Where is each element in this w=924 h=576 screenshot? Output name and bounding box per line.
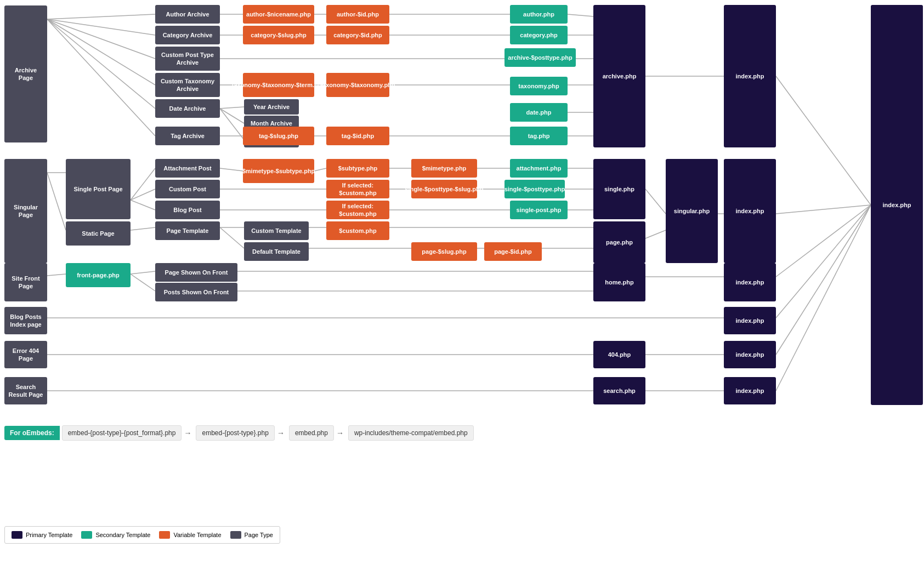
- error-404-php-node: 404.php: [593, 341, 645, 368]
- svg-line-48: [220, 227, 244, 248]
- custom-taxonomy-archive-node: Custom Taxonomy Archive: [155, 73, 220, 97]
- single-posttype-slug-node: single-$posttype-$slug.php: [411, 180, 477, 198]
- front-page-php-node: front-page.php: [66, 263, 131, 287]
- if-selected-custom-custom-node: If selected: $custom.php: [326, 180, 389, 198]
- legend-label-variable: Variable Template: [173, 532, 221, 538]
- svg-line-3: [47, 19, 155, 85]
- oembed-item-4: wp-includes/theme-compat/embed.php: [348, 425, 474, 441]
- error-404-node: Error 404 Page: [4, 341, 47, 368]
- svg-line-35: [220, 168, 243, 171]
- oembed-label: For oEmbeds:: [4, 426, 60, 440]
- svg-line-58: [131, 271, 155, 274]
- svg-line-72: [776, 205, 871, 355]
- svg-line-9: [568, 14, 593, 16]
- author-archive-node: Author Archive: [155, 5, 220, 24]
- index-php-404-node: index.php: [724, 341, 776, 368]
- page-slug-node: page-$slug.php: [411, 242, 477, 261]
- svg-line-73: [776, 205, 871, 391]
- svg-line-32: [131, 189, 155, 200]
- svg-line-30: [47, 173, 66, 230]
- svg-line-21: [220, 109, 244, 123]
- date-php-node: date.php: [510, 103, 568, 122]
- index-php-singular-node: index.php: [724, 159, 776, 263]
- page-id-node: page-$id.php: [484, 242, 542, 261]
- svg-line-31: [131, 168, 155, 200]
- posts-shown-on-front-node: Posts Shown On Front: [155, 283, 237, 301]
- legend-item-variable: Variable Template: [159, 531, 221, 539]
- tag-id-node: tag-$id.php: [326, 127, 389, 145]
- oembed-arrow-1: →: [184, 429, 191, 437]
- singular-php-node: singular.php: [666, 159, 718, 263]
- svg-line-57: [47, 274, 66, 276]
- legend-swatch-primary: [12, 531, 22, 539]
- svg-line-70: [776, 205, 871, 277]
- archive-posttype-node: archive-$posttype.php: [504, 48, 576, 67]
- index-php-front-node: index.php: [724, 263, 776, 301]
- legend-item-pagetype: Page Type: [230, 531, 273, 539]
- tag-php-node: tag.php: [510, 127, 568, 145]
- attachment-php-node: attachment.php: [510, 159, 568, 178]
- svg-line-34: [131, 227, 155, 230]
- single-php-node: single.php: [593, 159, 645, 219]
- svg-line-68: [776, 76, 871, 205]
- svg-line-20: [220, 107, 244, 109]
- attachment-post-node: Attachment Post: [155, 159, 220, 178]
- oembed-item-1: embed-{post-type}-{post_format}.php: [62, 425, 182, 441]
- if-selected-custom-blog-node: If selected: $custom.php: [326, 201, 389, 219]
- legend-swatch-secondary: [81, 531, 92, 539]
- category-php-node: category.php: [510, 26, 568, 44]
- static-page-node: Static Page: [66, 221, 131, 246]
- custom-template-node: Custom Template: [244, 221, 309, 240]
- svg-line-2: [47, 19, 155, 59]
- svg-line-55: [645, 230, 666, 238]
- single-posttype-node: single-$posttype.php: [504, 180, 565, 198]
- oembed-item-2: embed-{post-type}.php: [196, 425, 274, 441]
- category-archive-node: Category Archive: [155, 26, 220, 44]
- legend-container: Primary Template Secondary Template Vari…: [4, 526, 280, 544]
- category-id-node: category-$id.php: [326, 26, 389, 44]
- legend-item-secondary: Secondary Template: [81, 531, 150, 539]
- connectors-svg: [0, 0, 924, 576]
- index-php-search-node: index.php: [724, 377, 776, 404]
- mimetype-php-node: $mimetype.php: [411, 159, 477, 178]
- mimetype-subtype-node: $mimetype-$subtype.php: [243, 159, 314, 183]
- author-nicename-node: author-$nicename.php: [243, 5, 314, 24]
- page-php-node: page.php: [593, 221, 645, 263]
- custom-post-type-archive-node: Custom Post Type Archive: [155, 47, 220, 71]
- author-php-node: author.php: [510, 5, 568, 24]
- svg-line-1: [47, 19, 155, 35]
- blog-post-node: Blog Post: [155, 201, 220, 219]
- search-result-node: Search Result Page: [4, 377, 47, 404]
- archive-page-node: Archive Page: [4, 5, 47, 142]
- svg-line-0: [47, 14, 155, 19]
- home-php-node: home.php: [593, 263, 645, 301]
- single-post-php-node: single-post.php: [510, 201, 568, 219]
- legend-label-secondary: Secondary Template: [95, 532, 150, 538]
- legend-item-primary: Primary Template: [12, 531, 72, 539]
- oembed-arrow-3: →: [336, 429, 344, 437]
- page-template-node: Page Template: [155, 221, 220, 240]
- legend-label-pagetype: Page Type: [245, 532, 273, 538]
- search-php-node: search.php: [593, 377, 645, 404]
- default-template-node: Default Template: [244, 242, 309, 261]
- svg-line-71: [776, 205, 871, 318]
- svg-line-59: [131, 274, 155, 291]
- page-shown-on-front-node: Page Shown On Front: [155, 263, 237, 282]
- svg-line-54: [645, 189, 666, 214]
- diagram-container: Archive Page Author Archive author-$nice…: [0, 0, 924, 576]
- svg-line-4: [47, 19, 155, 109]
- taxonomy-php-node: taxonomy.php: [510, 77, 568, 95]
- oembed-arrow-2: →: [277, 429, 285, 437]
- index-php-archive-node: index.php: [724, 5, 776, 147]
- svg-line-22: [220, 109, 244, 140]
- svg-line-69: [776, 205, 871, 214]
- legend-label-primary: Primary Template: [26, 532, 72, 538]
- legend-swatch-variable: [159, 531, 170, 539]
- singular-page-node: Singular Page: [4, 159, 47, 263]
- category-slug-node: category-$slug.php: [243, 26, 314, 44]
- year-archive-node: Year Archive: [244, 99, 299, 115]
- taxonomy-term-node: taxonomy-$taxonomy-$term.php: [243, 73, 314, 97]
- svg-line-33: [131, 200, 155, 210]
- custom-php-node: $custom.php: [326, 221, 389, 240]
- subtype-php-node: $subtype.php: [326, 159, 389, 178]
